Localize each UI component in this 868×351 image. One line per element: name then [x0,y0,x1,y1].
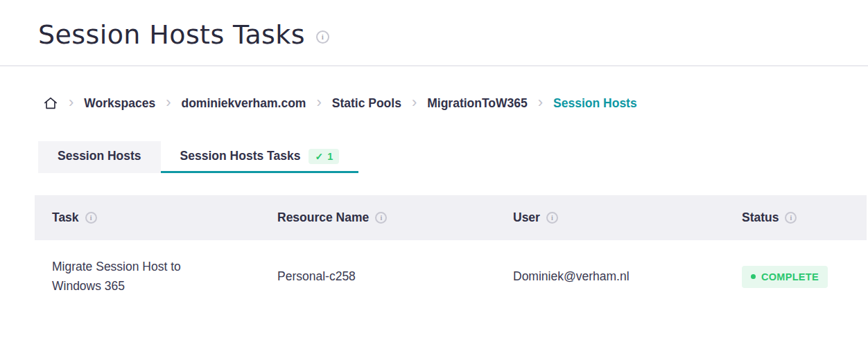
chevron-right-icon: › [412,95,417,110]
table-row[interactable]: Migrate Session Host to Windows 365 Pers… [35,240,867,313]
tasks-table: Task i Resource Name i User i Status i M… [35,195,867,313]
column-header-resource-name: Resource Name i [277,210,513,225]
breadcrumb-item-session-hosts[interactable]: Session Hosts [553,96,637,111]
tab-label: Session Hosts [58,149,141,163]
task-name-cell: Migrate Session Host to Windows 365 [52,258,222,295]
breadcrumb-item-pool[interactable]: MigrationToW365 [427,96,528,111]
chevron-right-icon: › [166,95,171,110]
status-cell: COMPLETE [742,266,867,288]
info-icon[interactable]: i [316,30,329,44]
chevron-right-icon: › [538,95,543,110]
page-header: Session Hosts Tasks i [0,0,868,50]
task-count: 1 [327,151,333,162]
chevron-right-icon: › [69,95,73,110]
status-dot-icon [751,274,756,279]
column-header-task: Task i [52,210,277,225]
breadcrumb-item-workspaces[interactable]: Workspaces [84,96,155,111]
user-cell: Dominiek@verham.nl [513,269,742,284]
tab-label: Session Hosts Tasks [180,149,301,163]
resource-name-cell: Personal-c258 [277,269,513,284]
tab-session-hosts-tasks[interactable]: Session Hosts Tasks ✓ 1 [161,141,359,173]
page-title: Session Hosts Tasks [38,19,305,50]
column-header-status: Status i [742,210,867,225]
status-badge: COMPLETE [742,266,828,288]
table-header-row: Task i Resource Name i User i Status i [35,195,867,240]
info-icon[interactable]: i [546,212,558,224]
chevron-right-icon: › [316,95,321,110]
info-icon[interactable]: i [85,212,97,224]
info-icon[interactable]: i [785,212,797,224]
breadcrumb-item-domain[interactable]: dominiekverham.com [181,96,306,111]
tab-bar: Session Hosts Session Hosts Tasks ✓ 1 [0,141,868,173]
breadcrumb-item-static-pools[interactable]: Static Pools [332,96,401,111]
status-label: COMPLETE [761,271,819,282]
column-header-user: User i [513,210,742,225]
breadcrumb: › Workspaces › dominiekverham.com › Stat… [0,66,868,111]
check-icon: ✓ [315,152,323,161]
tab-session-hosts[interactable]: Session Hosts [38,141,161,173]
info-icon[interactable]: i [375,212,387,224]
home-icon[interactable] [43,96,58,111]
task-count-badge: ✓ 1 [309,149,339,164]
